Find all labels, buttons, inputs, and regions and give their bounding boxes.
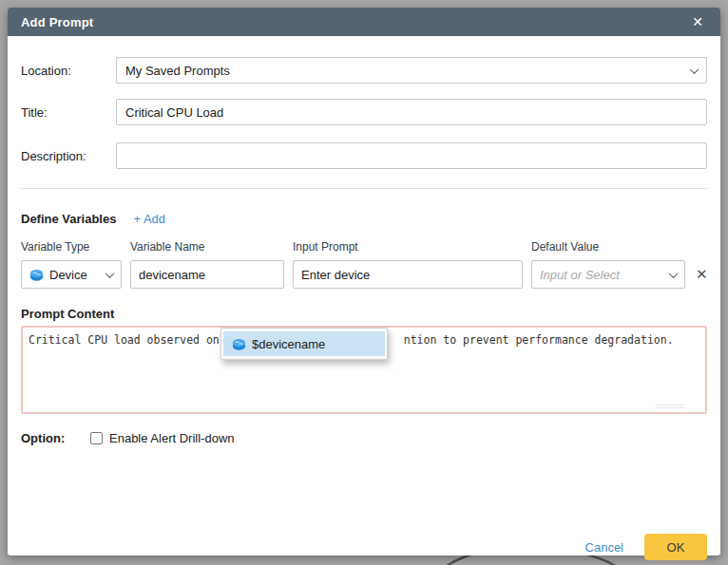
prompt-content-textarea[interactable]: Critical CPU load observed on ntion to p… (21, 326, 707, 414)
ok-button[interactable]: OK (644, 534, 707, 560)
variables-column-headers: Variable Type Variable Name Input Prompt… (21, 240, 707, 254)
add-variable-link[interactable]: + Add (133, 212, 165, 226)
column-variable-name: Variable Name (130, 240, 284, 254)
option-label: Option: (21, 431, 90, 445)
variable-row: Device Input or Select ✕ (21, 260, 707, 289)
variable-suggestion-dropdown: $devicename (220, 328, 388, 360)
variable-type-select[interactable]: Device (21, 260, 122, 289)
define-variables-heading: Define Variables (21, 212, 116, 226)
input-prompt-box (293, 260, 523, 289)
default-value-placeholder: Input or Select (540, 268, 664, 282)
dialog-body: Location: My Saved Prompts Title: Descri… (8, 57, 720, 565)
close-icon[interactable]: ✕ (688, 13, 707, 30)
device-icon (29, 269, 44, 281)
dialog-title: Add Prompt (21, 15, 93, 29)
variable-name-box (130, 260, 284, 289)
section-divider (21, 188, 707, 189)
enable-alert-drilldown-checkbox[interactable] (90, 432, 103, 444)
default-value-select[interactable]: Input or Select (531, 260, 685, 289)
suggestion-item-devicename[interactable]: $devicename (223, 331, 385, 356)
title-label: Title: (21, 105, 116, 120)
prompt-content-heading: Prompt Content (21, 307, 707, 321)
textarea-resize-handle[interactable] (656, 403, 684, 408)
add-prompt-dialog: Add Prompt ✕ Location: My Saved Prompts … (8, 8, 720, 556)
location-select-value: My Saved Prompts (125, 64, 685, 78)
column-variable-type: Variable Type (21, 240, 122, 254)
input-prompt-input[interactable] (301, 268, 514, 282)
chevron-down-icon (105, 269, 115, 278)
cancel-button[interactable]: Cancel (585, 540, 623, 555)
column-default-value: Default Value (531, 240, 685, 254)
remove-variable-icon[interactable]: ✕ (694, 266, 710, 283)
prompt-text-before: Critical CPU load observed on (29, 333, 226, 347)
description-input[interactable] (116, 142, 707, 169)
variable-name-input[interactable] (139, 268, 276, 282)
prompt-text-after: ntion to prevent performance degradation… (404, 333, 674, 347)
description-label: Description: (21, 149, 116, 163)
variable-type-value: Device (49, 268, 101, 282)
dialog-header: Add Prompt ✕ (8, 8, 720, 36)
page-backdrop: Add Prompt ✕ Location: My Saved Prompts … (0, 0, 728, 565)
column-input-prompt: Input Prompt (293, 240, 523, 254)
location-select[interactable]: My Saved Prompts (116, 57, 707, 84)
location-label: Location: (21, 64, 116, 78)
title-input[interactable] (116, 99, 707, 125)
chevron-down-icon (690, 65, 699, 74)
device-icon (232, 338, 246, 350)
suggestion-label: $devicename (252, 337, 325, 351)
enable-alert-drilldown-label: Enable Alert Drill-down (109, 431, 235, 445)
chevron-down-icon (669, 269, 679, 278)
